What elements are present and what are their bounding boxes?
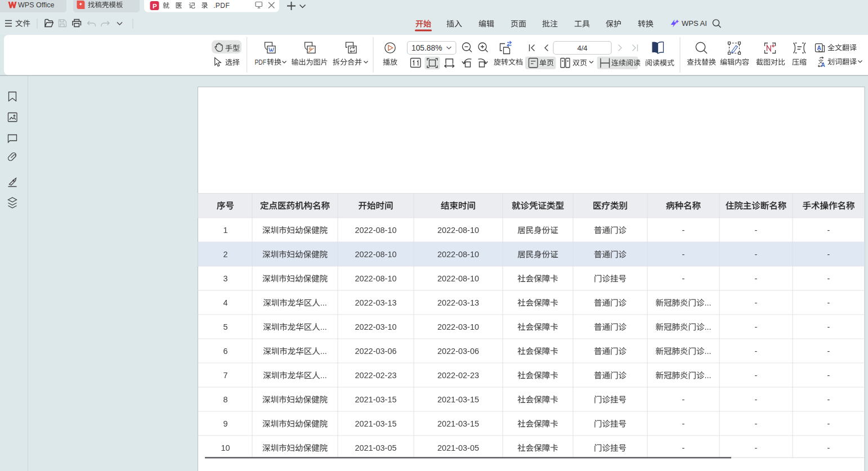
svg-text:-: - [827,226,830,235]
svg-text:-: - [682,274,685,283]
svg-text:4/4: 4/4 [577,44,587,52]
svg-text:-: - [755,250,758,259]
svg-text:2022-03-10: 2022-03-10 [437,322,479,331]
svg-text:2022-02-23: 2022-02-23 [437,371,479,380]
svg-text:2022-08-10: 2022-08-10 [437,226,479,235]
svg-text:2021-03-15: 2021-03-15 [437,395,479,404]
svg-text:4: 4 [223,298,227,307]
svg-text:-: - [755,347,758,356]
svg-text:2022-03-13: 2022-03-13 [437,298,479,307]
svg-text:...: ... [705,347,712,356]
svg-text:2: 2 [223,250,227,259]
svg-text:...: ... [705,322,712,331]
svg-text:-: - [755,322,758,331]
svg-text:1: 1 [223,226,227,235]
svg-text:2022-03-06: 2022-03-06 [437,347,479,356]
svg-text:2022-08-10: 2022-08-10 [437,250,479,259]
svg-text:2021-03-05: 2021-03-05 [437,443,479,452]
svg-text:-: - [755,274,758,283]
svg-text:-: - [682,443,685,452]
svg-text:A: A [817,44,821,51]
svg-text:-: - [827,443,830,452]
svg-text:3: 3 [223,274,227,283]
svg-text:WPS Office: WPS Office [18,1,54,9]
svg-text:2022-02-23: 2022-02-23 [355,371,396,380]
svg-text:P: P [153,3,157,10]
svg-text:-: - [827,347,830,356]
svg-text:2022-08-10: 2022-08-10 [355,250,396,259]
svg-text:...: ... [320,371,327,380]
svg-text:-: - [682,419,685,428]
svg-text:-: - [827,274,830,283]
svg-text:-: - [827,250,830,259]
svg-text:2021-03-15: 2021-03-15 [355,419,396,428]
svg-text:2022-03-13: 2022-03-13 [355,298,396,307]
svg-text:6: 6 [223,347,227,356]
svg-text:-: - [755,443,758,452]
svg-text:2021-03-15: 2021-03-15 [437,419,479,428]
svg-text:...: ... [320,347,327,356]
svg-text:105.88%: 105.88% [411,44,442,52]
svg-text:9: 9 [223,419,227,428]
svg-text:-: - [827,395,830,404]
svg-text:-: - [755,395,758,404]
svg-text:-: - [827,298,830,307]
svg-text:-: - [682,395,685,404]
svg-text:WPS AI: WPS AI [682,19,707,28]
svg-text:-: - [755,298,758,307]
svg-text:2022-08-10: 2022-08-10 [355,274,396,283]
svg-text:5: 5 [223,322,227,331]
svg-text:...: ... [320,298,327,307]
svg-text:2021-03-15: 2021-03-15 [355,395,396,404]
svg-text:A: A [821,62,825,68]
svg-text:8: 8 [223,395,227,404]
svg-text:-: - [755,419,758,428]
svg-text:10: 10 [221,443,230,452]
svg-text:2022-08-10: 2022-08-10 [437,274,479,283]
svg-text:PDF: PDF [255,59,267,66]
svg-text:-: - [755,371,758,380]
svg-text:2022-03-10: 2022-03-10 [355,322,396,331]
svg-text:-: - [682,226,685,235]
svg-text:...: ... [320,322,327,331]
svg-text:-: - [682,250,685,259]
svg-text:-: - [827,419,830,428]
svg-text:2022-03-06: 2022-03-06 [355,347,396,356]
svg-text:...: ... [705,298,712,307]
svg-text:2022-08-10: 2022-08-10 [355,226,396,235]
svg-text:7: 7 [223,371,227,380]
svg-text:2021-03-05: 2021-03-05 [355,443,396,452]
svg-text:...: ... [705,371,712,380]
svg-text:.PDF: .PDF [213,2,230,10]
svg-text:-: - [827,322,830,331]
svg-text:-: - [827,371,830,380]
svg-text:-: - [755,226,758,235]
